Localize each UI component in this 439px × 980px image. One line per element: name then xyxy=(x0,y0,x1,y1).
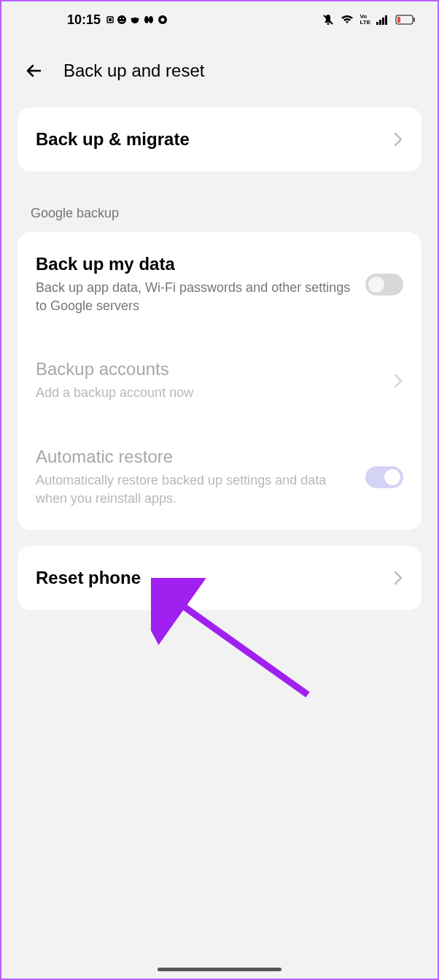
row-backup-accounts[interactable]: Backup accounts Add a backup account now xyxy=(18,337,421,424)
backup-migrate-title: Back up & migrate xyxy=(36,129,393,150)
svg-point-11 xyxy=(161,18,165,22)
volte-icon: VoLTE xyxy=(360,14,370,26)
svg-point-7 xyxy=(137,18,139,20)
signal-icon xyxy=(376,15,389,25)
svg-point-8 xyxy=(144,16,149,23)
svg-rect-13 xyxy=(376,22,378,25)
toggle-knob xyxy=(368,277,384,293)
row-content: Backup accounts Add a backup account now xyxy=(36,359,393,402)
wifi-icon xyxy=(341,15,354,25)
battery-icon xyxy=(395,15,416,25)
circle-icon xyxy=(158,15,168,25)
card-reset-phone: Reset phone xyxy=(18,546,421,610)
row-content: Back up my data Back up app data, Wi-Fi … xyxy=(36,254,365,315)
backup-accounts-title: Backup accounts xyxy=(36,359,393,379)
reddit-icon xyxy=(130,15,140,25)
card-google-backup: Back up my data Back up app data, Wi-Fi … xyxy=(18,232,421,530)
row-content: Back up & migrate xyxy=(36,129,393,150)
chevron-right-icon xyxy=(393,131,403,147)
status-bar: 10:15 VoLTE xyxy=(1,1,438,38)
automatic-restore-title: Automatic restore xyxy=(36,447,365,467)
toggle-knob xyxy=(384,469,400,485)
page-title: Back up and reset xyxy=(63,61,204,81)
row-reset-phone[interactable]: Reset phone xyxy=(18,546,421,610)
svg-point-2 xyxy=(117,15,126,24)
backup-accounts-subtitle: Add a backup account now xyxy=(36,384,393,402)
face-icon xyxy=(117,15,127,25)
arrow-left-icon xyxy=(24,61,44,81)
row-backup-my-data[interactable]: Back up my data Back up app data, Wi-Fi … xyxy=(18,232,421,337)
reset-phone-title: Reset phone xyxy=(36,568,393,588)
backup-my-data-toggle[interactable] xyxy=(365,274,403,296)
svg-point-9 xyxy=(149,16,153,23)
svg-rect-16 xyxy=(385,15,387,25)
svg-rect-19 xyxy=(397,17,400,23)
back-button[interactable] xyxy=(23,60,45,82)
row-backup-migrate[interactable]: Back up & migrate xyxy=(18,107,421,171)
status-right: VoLTE xyxy=(322,13,416,26)
status-left: 10:15 xyxy=(67,12,168,28)
chevron-right-icon xyxy=(393,570,403,586)
backup-my-data-title: Back up my data xyxy=(36,254,365,274)
svg-point-3 xyxy=(120,18,121,20)
mute-icon xyxy=(322,13,335,26)
svg-line-21 xyxy=(169,596,308,695)
mini-square-icon xyxy=(106,16,114,23)
backup-my-data-subtitle: Back up app data, Wi-Fi passwords and ot… xyxy=(36,279,365,315)
row-automatic-restore[interactable]: Automatic restore Automatically restore … xyxy=(18,425,421,530)
status-time: 10:15 xyxy=(67,12,101,28)
page-header: Back up and reset xyxy=(1,38,438,107)
svg-rect-18 xyxy=(413,18,415,22)
svg-rect-14 xyxy=(379,20,381,25)
row-content: Reset phone xyxy=(36,568,393,588)
home-indicator[interactable] xyxy=(158,968,281,971)
chevron-right-icon xyxy=(393,373,403,389)
svg-point-6 xyxy=(131,18,133,20)
status-notification-icons xyxy=(106,15,168,25)
automatic-restore-toggle[interactable] xyxy=(365,466,403,488)
row-content: Automatic restore Automatically restore … xyxy=(36,447,365,508)
section-label-google-backup: Google backup xyxy=(1,188,438,232)
pills-icon xyxy=(143,15,155,25)
card-backup-migrate: Back up & migrate xyxy=(18,107,421,171)
svg-rect-1 xyxy=(109,18,112,21)
svg-rect-15 xyxy=(382,18,384,25)
automatic-restore-subtitle: Automatically restore backed up settings… xyxy=(36,471,365,508)
svg-point-4 xyxy=(123,18,124,20)
